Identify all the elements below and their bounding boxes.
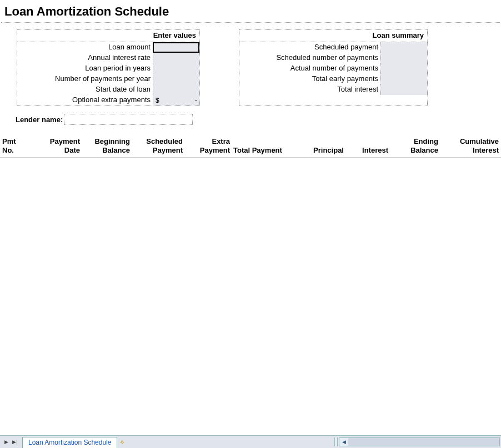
input-loan-period[interactable] — [153, 63, 199, 74]
hscroll-area: ◀ — [125, 437, 501, 446]
th-ending-balance: Ending Balance — [388, 137, 438, 155]
th-beginning-balance: Beginning Balance — [80, 137, 130, 155]
label-total-interest: Total interest — [239, 84, 380, 95]
input-start-date[interactable] — [153, 84, 199, 95]
output-total-interest — [380, 84, 427, 95]
row-actual-num: Actual number of payments — [239, 63, 427, 74]
output-total-early — [380, 74, 427, 84]
horizontal-scrollbar[interactable]: ◀ — [339, 437, 500, 446]
splitter-handle[interactable] — [334, 437, 338, 446]
th-extra-payment: Extra Payment — [183, 137, 230, 155]
label-loan-period: Loan period in years — [17, 63, 153, 74]
page-title: Loan Amortization Schedule — [0, 0, 501, 22]
row-total-interest: Total interest — [239, 84, 427, 95]
input-loan-amount[interactable] — [153, 42, 199, 53]
lender-label: Lender name: — [16, 115, 64, 124]
label-loan-amount: Loan amount — [17, 42, 153, 53]
th-cumulative-interest: Cumulative Interest — [438, 137, 499, 155]
extra-payments-value: - — [195, 97, 197, 104]
loan-summary-header: Loan summary — [239, 30, 427, 42]
amortization-table-header: Pmt No. Payment Date Beginning Balance S… — [0, 137, 501, 158]
output-actual-num — [380, 63, 427, 74]
row-loan-amount: Loan amount — [17, 42, 199, 53]
sheet-tab-bar: ▶ ▶| Loan Amortization Schedule ✧ ◀ — [0, 435, 501, 448]
output-scheduled-payment — [380, 42, 427, 53]
sheet-nav-buttons: ▶ ▶| — [0, 438, 21, 446]
title-divider — [1, 22, 500, 23]
label-actual-num: Actual number of payments — [239, 63, 380, 74]
label-annual-rate: Annual interest rate — [17, 53, 153, 63]
currency-symbol: $ — [156, 97, 159, 104]
row-start-date: Start date of loan — [17, 84, 199, 95]
label-num-payments: Number of payments per year — [17, 74, 153, 84]
th-scheduled-payment: Scheduled Payment — [130, 137, 183, 155]
scroll-left-icon[interactable]: ◀ — [339, 438, 348, 446]
nav-first-icon[interactable]: ▶ — [2, 438, 10, 446]
label-scheduled-payment: Scheduled payment — [239, 42, 380, 53]
th-interest: Interest — [344, 146, 388, 155]
th-payment-date: Payment Date — [24, 137, 80, 155]
th-principal: Principal — [288, 146, 344, 155]
row-loan-period: Loan period in years — [17, 63, 199, 74]
sheet-tab-active[interactable]: Loan Amortization Schedule — [22, 437, 117, 448]
label-scheduled-num: Scheduled number of payments — [239, 53, 380, 63]
row-annual-rate: Annual interest rate — [17, 53, 199, 63]
row-total-early: Total early payments — [239, 74, 427, 84]
enter-values-header: Enter values — [17, 30, 199, 42]
lender-input[interactable] — [64, 114, 193, 125]
th-pmt-no: Pmt No. — [2, 137, 24, 155]
input-extra-payments[interactable]: $ - — [153, 95, 199, 105]
row-num-payments: Number of payments per year — [17, 74, 199, 84]
new-sheet-icon[interactable]: ✧ — [119, 439, 125, 446]
input-panels: Enter values Loan amount Annual interest… — [0, 29, 501, 106]
enter-values-panel: Enter values Loan amount Annual interest… — [17, 29, 200, 106]
row-scheduled-payment: Scheduled payment — [239, 42, 427, 53]
loan-summary-panel: Loan summary Scheduled payment Scheduled… — [239, 29, 428, 106]
nav-last-icon[interactable]: ▶| — [11, 438, 19, 446]
th-total-payment: Total Payment — [230, 146, 288, 155]
label-total-early: Total early payments — [239, 74, 380, 84]
row-scheduled-num: Scheduled number of payments — [239, 53, 427, 63]
output-scheduled-num — [380, 53, 427, 63]
label-start-date: Start date of loan — [17, 84, 153, 95]
label-extra-payments: Optional extra payments — [17, 95, 153, 105]
row-extra-payments: Optional extra payments $ - — [17, 95, 199, 105]
lender-row: Lender name: — [16, 114, 501, 125]
input-num-payments[interactable] — [153, 74, 199, 84]
input-annual-rate[interactable] — [153, 53, 199, 63]
